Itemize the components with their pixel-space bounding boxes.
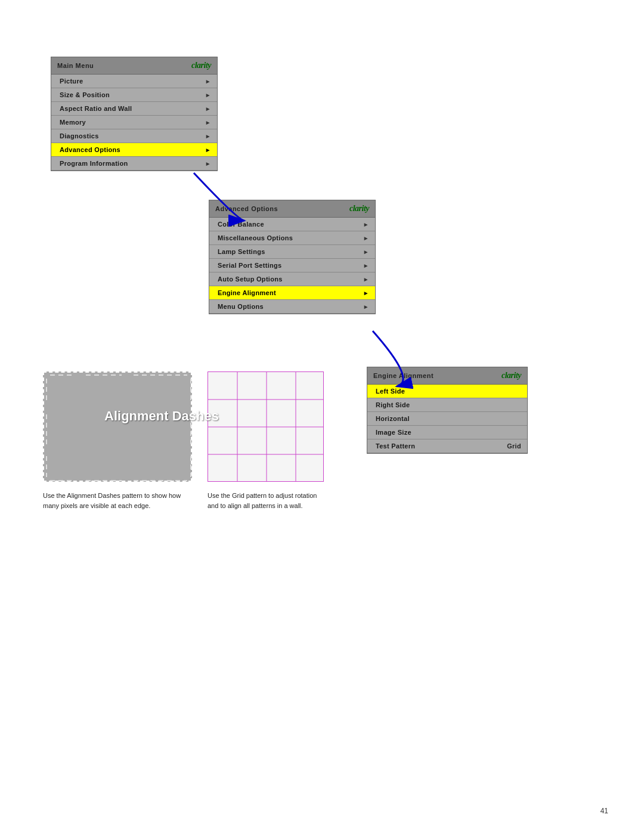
menu-item-serial-port[interactable]: Serial Port Settings ►: [209, 259, 375, 272]
arrow-icon: ►: [363, 290, 369, 296]
menu-item-size-position[interactable]: Size & Position ►: [51, 88, 217, 102]
menu-item-diagnostics[interactable]: Diagnostics ►: [51, 129, 217, 143]
engine-menu-title: Engine Alignment: [373, 372, 434, 379]
engine-menu-header: Engine Alignment clarity: [367, 367, 527, 385]
main-menu-header: Main Menu clarity: [51, 57, 217, 75]
menu-item-lamp-settings[interactable]: Lamp Settings ►: [209, 245, 375, 259]
menu-item-advanced-options[interactable]: Advanced Options ►: [51, 143, 217, 157]
arrow-icon: ►: [363, 235, 369, 241]
menu-item-misc-options[interactable]: Miscellaneous Options ►: [209, 231, 375, 245]
menu-item-auto-setup[interactable]: Auto Setup Options ►: [209, 272, 375, 286]
clarity-logo-main: clarity: [191, 61, 211, 70]
arrow-icon: ►: [363, 304, 369, 310]
menu-item-program-info[interactable]: Program Information ►: [51, 157, 217, 171]
menu-item-left-side[interactable]: Left Side: [367, 385, 527, 398]
advanced-menu-title: Advanced Options: [215, 205, 278, 212]
clarity-logo-engine: clarity: [501, 371, 521, 380]
arrow-icon: ►: [205, 92, 211, 98]
arrow-icon: ►: [363, 262, 369, 269]
dashes-border-svg: [44, 373, 193, 483]
grid-pattern-box: [208, 371, 324, 482]
clarity-logo-advanced: clarity: [349, 204, 369, 213]
advanced-menu-header: Advanced Options clarity: [209, 200, 375, 218]
arrow-icon: ►: [205, 160, 211, 167]
alignment-dashes-label: Alignment Dashes: [87, 408, 236, 424]
page-number: 41: [600, 807, 608, 815]
menu-item-menu-options[interactable]: Menu Options ►: [209, 300, 375, 314]
grid-svg: [208, 372, 323, 481]
menu-item-color-balance[interactable]: Color Balance ►: [209, 218, 375, 231]
menu-item-image-size[interactable]: Image Size: [367, 426, 527, 439]
menu-item-memory[interactable]: Memory ►: [51, 116, 217, 129]
menu-item-test-pattern[interactable]: Test Pattern Grid: [367, 439, 527, 453]
arrow-icon: ►: [205, 106, 211, 112]
menu-item-picture[interactable]: Picture ►: [51, 75, 217, 88]
menu-item-right-side[interactable]: Right Side: [367, 398, 527, 412]
main-menu-title: Main Menu: [57, 62, 94, 69]
engine-alignment-menu: Engine Alignment clarity Left Side Right…: [367, 367, 528, 454]
menu-item-aspect-ratio[interactable]: Aspect Ratio and Wall ►: [51, 102, 217, 116]
grid-pattern-caption: Use the Grid pattern to adjust rotation …: [208, 491, 327, 510]
arrow-icon: ►: [205, 119, 211, 126]
alignment-dashes-box: Alignment Dashes: [43, 371, 192, 482]
advanced-options-menu: Advanced Options clarity Color Balance ►…: [209, 200, 376, 314]
arrow-icon: ►: [205, 78, 211, 85]
arrow-icon: ►: [363, 249, 369, 255]
arrow-icon: ►: [205, 133, 211, 140]
arrow-icon: ►: [363, 276, 369, 283]
menu-item-engine-alignment[interactable]: Engine Alignment ►: [209, 286, 375, 300]
arrow-icon: ►: [363, 221, 369, 228]
main-menu: Main Menu clarity Picture ► Size & Posit…: [51, 57, 218, 171]
alignment-dashes-caption: Use the Alignment Dashes pattern to show…: [43, 491, 198, 510]
menu-item-horizontal[interactable]: Horizontal: [367, 412, 527, 426]
arrow-icon: ►: [205, 147, 211, 153]
